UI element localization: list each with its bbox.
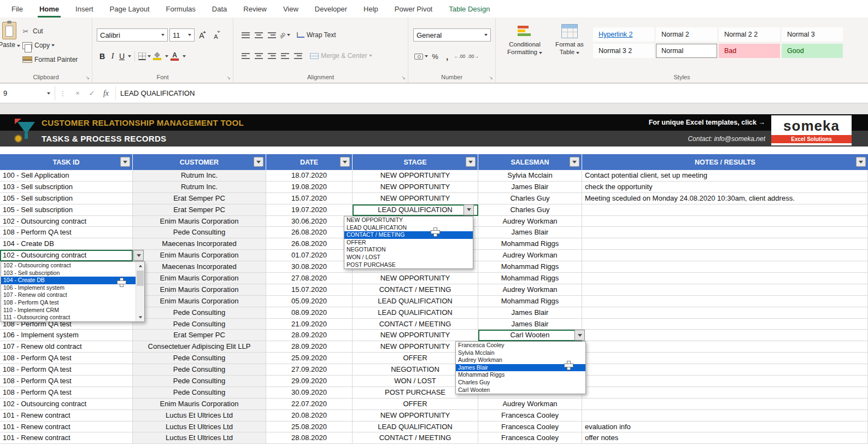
dropdown-option[interactable]: 104 - Create DB [1, 277, 136, 284]
cell-customer[interactable]: Luctus Et Ultrices Ltd [133, 432, 266, 444]
cell-customer[interactable]: Erat Semper PC [133, 193, 266, 204]
dialog-launcher-icon[interactable]: ↘ [401, 75, 406, 80]
cell-customer[interactable]: Rutrum Inc. [133, 170, 266, 181]
cell-salesman[interactable]: Mohammad Riggs [478, 238, 582, 250]
tab-page-layout[interactable]: Page Layout [102, 0, 158, 17]
tab-file[interactable]: File [3, 0, 31, 17]
dropdown-option[interactable]: Francesca Cooley [456, 342, 585, 349]
cell-salesman[interactable]: Mohammad Riggs [478, 273, 582, 284]
font-family-select[interactable]: Calibri [97, 28, 168, 42]
cell-date[interactable]: 18.07.2020 [266, 170, 353, 181]
cell-notes[interactable] [582, 399, 868, 410]
wrap-text-button[interactable]: Wrap Text [297, 31, 336, 39]
dropdown-option[interactable]: Mohammad Riggs [456, 371, 585, 379]
cell-stage[interactable]: NEW OPPORTUNITY [353, 330, 478, 341]
cell-customer[interactable]: Enim Mauris Corporation [133, 296, 266, 307]
tab-insert[interactable]: Insert [67, 0, 102, 17]
cell-customer[interactable]: Enim Mauris Corporation [133, 273, 266, 284]
cell-stage[interactable]: LEAD QUALIFICATION [353, 296, 478, 307]
dropdown-option[interactable]: Sylvia Mcclain [456, 349, 585, 357]
font-color-button[interactable]: A [171, 52, 179, 61]
cell-salesman[interactable]: Mohammad Riggs [478, 296, 582, 307]
insert-function-icon[interactable]: fx [99, 84, 113, 103]
cell-salesman[interactable]: James Blair [478, 181, 582, 193]
dropdown-option[interactable]: Carl Wooten [456, 387, 585, 394]
cell-task[interactable]: 104 - Create DB [0, 238, 133, 250]
cell-notes[interactable] [582, 319, 868, 330]
cell-date[interactable]: 26.08.2020 [266, 227, 353, 238]
filter-button[interactable] [570, 157, 579, 167]
cell-salesman[interactable]: Sylvia Mcclain [478, 170, 582, 181]
tab-home[interactable]: Home [31, 0, 67, 17]
cell-date[interactable]: 22.07.2020 [266, 399, 353, 410]
cell-notes[interactable] [582, 353, 868, 364]
cell-stage[interactable]: CONTACT / MEETING [353, 432, 478, 444]
cell-stage[interactable]: NEW OPPORTUNITY [353, 410, 478, 421]
cell-salesman[interactable]: Audrey Workman [478, 284, 582, 296]
cell-task[interactable]: 102 - Outsourcing contract [0, 250, 133, 261]
cell-stage[interactable]: OFFER [353, 399, 478, 410]
formula-bar-handle-icon[interactable]: ⋮ [55, 84, 71, 103]
dialog-launcher-icon[interactable]: ↘ [226, 75, 231, 80]
align-right-button[interactable] [265, 49, 278, 62]
cell-date[interactable]: 28.08.2020 [266, 432, 353, 444]
cell-date[interactable]: 26.08.2020 [266, 238, 353, 250]
cell-customer[interactable]: Luctus Et Ultrices Ltd [133, 410, 266, 421]
increase-font-button[interactable]: A [195, 28, 209, 42]
cell-task[interactable]: 108 - Perform QA test [0, 227, 133, 238]
dropdown-option[interactable]: WON / LOST [344, 254, 473, 261]
cell-salesman[interactable]: Carl Wooten [478, 330, 582, 341]
top-align-button[interactable] [239, 28, 252, 42]
cell-style-hyperlink-2[interactable]: Hyperlink 2 [593, 27, 654, 42]
dropdown-option[interactable]: LEAD QUALIFICATION [344, 224, 473, 232]
decrease-font-button[interactable]: A [209, 28, 223, 42]
name-box[interactable]: 9 [0, 84, 55, 103]
cell-customer[interactable]: Pede Consulting [133, 319, 266, 330]
cell-stage[interactable]: NEW OPPORTUNITY [353, 170, 478, 181]
scroll-down-icon[interactable] [136, 313, 144, 321]
cell-notes[interactable] [582, 364, 868, 376]
cell-task[interactable]: 101 - Renew contract [0, 432, 133, 444]
tab-developer[interactable]: Developer [307, 0, 355, 17]
cell-notes[interactable] [582, 204, 868, 216]
cell-notes[interactable] [582, 261, 868, 273]
scrollbar-thumb[interactable] [137, 271, 144, 286]
cell-style-normal-2-2[interactable]: Normal 2 2 [719, 27, 780, 42]
cell-task[interactable]: 106 - Implement system [0, 330, 133, 341]
cell-task[interactable]: 108 - Perform QA test [0, 387, 133, 399]
dropdown-option[interactable]: 106 - Implement system [1, 284, 136, 292]
filter-button[interactable] [120, 157, 130, 167]
formula-input[interactable]: LEAD QUALIFICATION [120, 84, 195, 103]
cell-stage[interactable]: LEAD QUALIFICATION [353, 421, 478, 433]
align-center-button[interactable] [252, 49, 265, 62]
cell-customer[interactable]: Enim Mauris Corporation [133, 284, 266, 296]
cell-customer[interactable]: Rutrum Inc. [133, 181, 266, 193]
bottom-align-button[interactable] [265, 28, 278, 42]
cell-task[interactable]: 105 - Sell subscription [0, 193, 133, 204]
cell-style-bad[interactable]: Bad [719, 44, 780, 58]
cell-stage[interactable]: NEW OPPORTUNITY [353, 181, 478, 193]
cell-style-normal-3-2[interactable]: Normal 3 2 [593, 44, 654, 58]
dialog-launcher-icon[interactable]: ↘ [85, 75, 90, 80]
cell-task[interactable]: 102 - Outsourcing contract [0, 399, 133, 410]
italic-button[interactable]: I [108, 52, 118, 61]
cell-salesman[interactable]: Charles Guy [478, 204, 582, 216]
cell-notes[interactable] [582, 341, 868, 353]
tab-data[interactable]: Data [204, 0, 235, 17]
format-painter-button[interactable]: Format Painter [21, 52, 78, 67]
cell-customer[interactable]: Luctus Et Ultrices Ltd [133, 421, 266, 433]
cell-date[interactable]: 05.09.2020 [266, 296, 353, 307]
increase-indent-button[interactable] [291, 49, 304, 62]
cell-notes[interactable] [582, 284, 868, 296]
cell-style-good[interactable]: Good [782, 44, 843, 58]
fill-color-button[interactable] [153, 52, 161, 60]
cell-date[interactable]: 29.09.2020 [266, 376, 353, 387]
enter-icon[interactable]: ✓ [85, 84, 99, 103]
copy-button[interactable]: Copy [21, 38, 78, 52]
tab-help[interactable]: Help [355, 0, 386, 17]
dropdown-option[interactable]: 107 - Renew old contract [1, 291, 136, 299]
cell-task[interactable]: 108 - Perform QA test [0, 353, 133, 364]
cut-button[interactable]: ✂Cut [21, 24, 78, 38]
conditional-formatting-button[interactable]: Conditional Formatting [503, 24, 546, 56]
cell-date[interactable]: 01.07.2020 [266, 250, 353, 261]
